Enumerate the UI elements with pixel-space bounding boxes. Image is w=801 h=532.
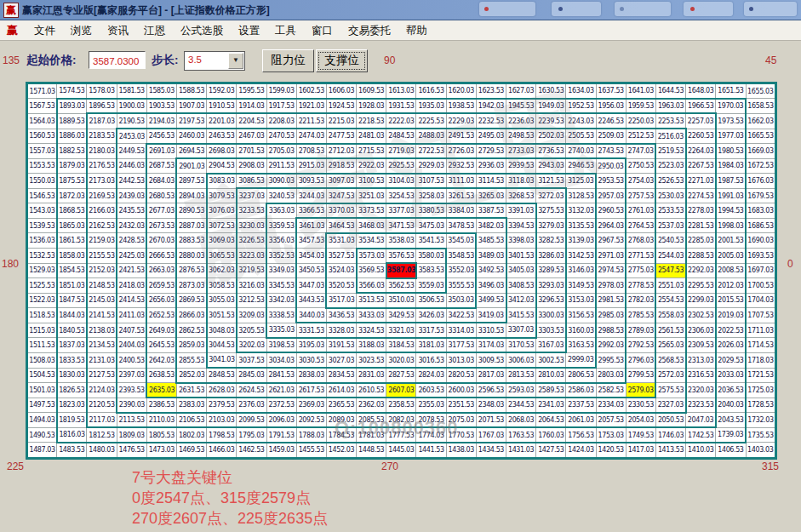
grid-cell[interactable]: 3244.03 [296,188,326,203]
grid-cell[interactable]: 1420.53 [596,443,626,459]
grid-cell[interactable]: 3006.03 [506,352,536,368]
grid-cell[interactable]: 2866.03 [176,308,206,323]
grid-cell[interactable]: 2999.03 [566,352,596,368]
grid-cell[interactable]: 3044.53 [207,338,237,353]
grid-cell[interactable]: 2092.53 [296,413,326,428]
grid-cell[interactable]: 1725.03 [746,383,776,398]
grid-cell[interactable]: 2845.03 [237,368,266,383]
grid-cell[interactable]: 2498.53 [506,129,536,144]
grid-cell[interactable]: 2201.03 [207,113,237,129]
grid-cell[interactable]: 3118.03 [506,174,536,189]
grid-cell[interactable]: 3531.03 [326,233,356,249]
grid-cell[interactable]: 3009.53 [476,352,506,368]
grid-cell[interactable]: 1602.53 [296,83,326,99]
grid-cell[interactable]: 1686.53 [746,218,776,233]
grid-cell[interactable]: 1805.53 [146,427,176,443]
grid-cell[interactable]: 2225.53 [416,113,446,129]
grid-cell[interactable]: 2001.53 [716,233,746,249]
grid-cell[interactable]: 1998.03 [716,218,746,233]
grid-cell[interactable]: 3377.03 [386,203,416,219]
grid-cell[interactable]: 2292.03 [686,263,716,278]
grid-cell[interactable]: 1697.03 [746,263,776,278]
grid-cell[interactable]: 3356.03 [266,233,296,249]
grid-cell[interactable]: 2407.53 [117,323,146,338]
grid-cell[interactable]: 2369.03 [296,398,326,413]
grid-cell[interactable]: 2614.03 [326,383,356,398]
grid-cell[interactable]: 1501.03 [27,383,57,398]
grid-cell[interactable]: 3156.53 [566,308,596,323]
grid-cell[interactable]: 3188.03 [357,338,386,353]
grid-cell[interactable]: 3135.53 [566,218,596,233]
grid-cell[interactable]: 1763.53 [506,427,536,443]
grid-cell[interactable]: 2075.03 [446,413,476,428]
grid-cell[interactable]: 1840.53 [57,323,87,338]
grid-cell[interactable]: 3121.53 [536,174,566,189]
grid-cell[interactable]: 1704.03 [746,293,776,308]
grid-cell[interactable]: 3517.03 [326,293,356,308]
grid-cell[interactable]: 3405.03 [506,263,536,278]
grid-cell[interactable]: 1742.53 [686,427,716,443]
grid-cell[interactable]: 1487.03 [27,443,57,459]
grid-cell[interactable]: 3300.03 [536,308,566,323]
grid-cell[interactable]: 1833.53 [57,352,87,368]
grid-cell[interactable]: 2057.53 [596,413,626,428]
grid-cell[interactable]: 2138.03 [87,323,117,338]
grid-cell[interactable]: 3520.53 [326,278,356,294]
grid-cell[interactable]: 2596.53 [476,383,506,398]
grid-cell[interactable]: 3496.03 [476,278,506,294]
grid-cell[interactable]: 2764.53 [626,218,655,233]
grid-cell[interactable]: 2124.03 [87,383,117,398]
grid-cell[interactable]: 3289.53 [536,263,566,278]
grid-cell[interactable]: 3216.03 [237,278,266,294]
grid-cell[interactable]: 1560.53 [27,129,57,144]
grid-cell[interactable]: 2495.03 [476,129,506,144]
grid-cell[interactable]: 2383.03 [176,398,206,413]
grid-cell[interactable]: 2943.03 [536,158,566,174]
grid-cell[interactable]: 2253.53 [655,113,685,129]
grid-cell[interactable]: 2621.03 [266,383,296,398]
grid-cell[interactable]: 2852.03 [176,368,206,383]
grid-cell[interactable]: 2712.03 [326,144,356,159]
grid-cell[interactable]: 2642.03 [146,352,176,368]
grid-cell[interactable]: 3552.03 [446,263,476,278]
grid-cell[interactable]: 2271.03 [686,174,716,189]
grid-cell[interactable]: 2887.03 [176,218,206,233]
grid-cell[interactable]: 3538.03 [386,233,416,249]
grid-cell[interactable]: 3233.53 [237,203,266,219]
grid-cell[interactable]: 1483.53 [57,443,87,459]
grid-cell[interactable]: 2089.03 [326,413,356,428]
grid-cell[interactable]: 1791.53 [266,427,296,443]
grid-cell[interactable]: 1700.53 [746,278,776,294]
grid-cell[interactable]: 2663.03 [146,263,176,278]
grid-cell[interactable]: 1984.03 [716,158,746,174]
grid-cell[interactable]: 3566.03 [357,278,386,294]
grid-cell[interactable]: 1571.03 [27,83,57,99]
grid-cell[interactable]: 3293.03 [536,278,566,294]
grid-cell[interactable]: 2148.53 [87,278,117,294]
grid-cell[interactable]: 2631.53 [176,383,206,398]
grid-cell[interactable]: 2925.53 [386,158,416,174]
grid-cell[interactable]: 2932.53 [446,158,476,174]
grid-cell[interactable]: 1525.53 [27,278,57,294]
grid-cell[interactable]: 1413.53 [655,443,685,459]
grid-cell[interactable]: 2348.03 [476,398,506,413]
grid-cell[interactable]: 1774.03 [416,427,446,443]
grid-cell[interactable]: 2190.53 [117,113,146,129]
grid-cell[interactable]: 2491.53 [446,129,476,144]
grid-cell[interactable]: 2061.03 [566,413,596,428]
grid-cell[interactable]: 1966.53 [686,99,716,114]
grid-cell[interactable]: 1518.53 [27,308,57,323]
grid-cell[interactable]: 3450.53 [296,263,326,278]
grid-cell[interactable]: 2502.03 [536,129,566,144]
grid-cell[interactable]: 2246.53 [596,113,626,129]
grid-cell[interactable]: 2572.03 [655,368,685,383]
grid-cell[interactable]: 3149.53 [566,278,596,294]
grid-cell[interactable]: 1746.03 [655,427,685,443]
grid-cell[interactable]: 2005.03 [716,249,746,264]
grid-cell[interactable]: 3461.03 [296,218,326,233]
grid-cell[interactable]: 2187.03 [87,113,117,129]
grid-cell[interactable]: 2736.53 [536,144,566,159]
grid-cell[interactable]: 3562.53 [386,278,416,294]
grid-cell[interactable]: 1837.03 [57,338,87,353]
grid-cell[interactable]: 2008.53 [716,263,746,278]
